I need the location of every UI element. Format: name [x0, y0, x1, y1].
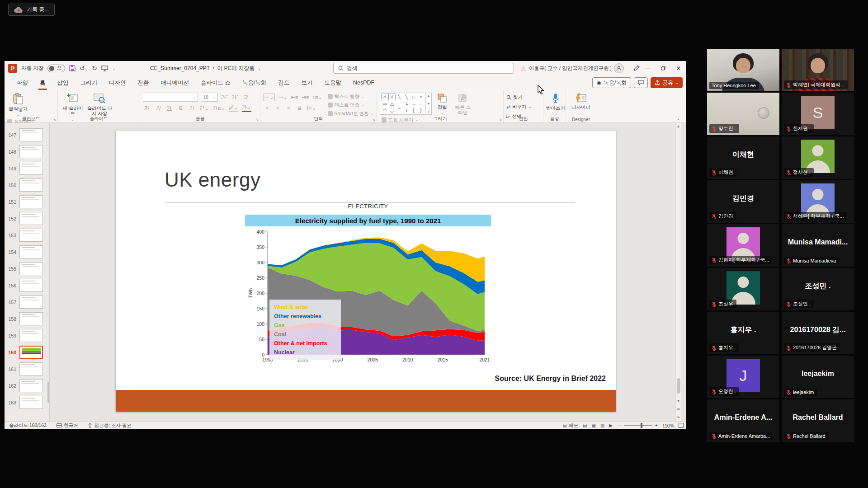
- underline-button[interactable]: 가: [165, 104, 173, 112]
- thumbnail-row[interactable]: 156: [5, 277, 49, 294]
- save-icon[interactable]: [69, 65, 75, 71]
- participant-tile[interactable]: J오정한 .: [707, 356, 779, 398]
- accessibility-status[interactable]: 접근성: 조사 필요: [88, 422, 131, 429]
- thumbnail-row[interactable]: 150: [5, 177, 49, 193]
- bold-button[interactable]: 가: [143, 104, 151, 112]
- thumbnail-row[interactable]: 160: [5, 344, 49, 361]
- thumbnail-row[interactable]: 155: [5, 260, 49, 277]
- increase-indent-button[interactable]: ⇥≡: [302, 93, 309, 101]
- arrange-button[interactable]: 정렬 ⌄: [433, 92, 451, 115]
- thumbnail-preview[interactable]: [19, 178, 43, 192]
- thumbnail-row[interactable]: 147: [5, 127, 49, 143]
- powerpoint-logo-icon[interactable]: P: [8, 64, 17, 73]
- strikethrough-button[interactable]: S: [177, 104, 184, 112]
- highlight-color-button[interactable]: 🖉⌄: [229, 104, 238, 112]
- text-direction-button[interactable]: 텍스트 방향 ⌄: [328, 93, 374, 100]
- thumbnail-row[interactable]: 163: [5, 394, 49, 411]
- normal-view-button[interactable]: ▤: [583, 423, 587, 428]
- zoom-slider-thumb[interactable]: [641, 423, 642, 428]
- drawing-dialog-launcher[interactable]: ↘: [499, 117, 502, 122]
- font-name-combo[interactable]: ⌄: [143, 93, 198, 102]
- clipboard-dialog-launcher[interactable]: ↘: [53, 117, 56, 122]
- zoom-slider-track[interactable]: [624, 425, 652, 426]
- find-button[interactable]: 찾기: [506, 94, 531, 101]
- participant-tile[interactable]: 조성우: [707, 268, 779, 310]
- thumbnail-preview[interactable]: [19, 279, 43, 292]
- collapse-ribbon-icon[interactable]: ⌄: [676, 116, 680, 121]
- align-text-button[interactable]: 텍스트 맞춤 ⌄: [328, 101, 374, 109]
- next-slide-button[interactable]: ≫: [676, 414, 680, 420]
- char-spacing-button[interactable]: 간⌄: [199, 104, 209, 112]
- participant-tile[interactable]: 서혜란[ 학부재학 / 국...: [782, 180, 854, 223]
- participant-tile[interactable]: Amin-Erdene A...Amin-Erdene Amarba...: [707, 399, 779, 442]
- slide-title[interactable]: UK energy: [165, 169, 260, 191]
- thumbnail-preview[interactable]: [19, 212, 43, 225]
- paste-button[interactable]: 붙여넣기 ⌄: [7, 92, 29, 117]
- record-button[interactable]: ◉ 녹음/녹화: [592, 77, 631, 88]
- participant-tile[interactable]: 2016170028 김...2016170028 김영곤: [782, 312, 854, 354]
- participant-tile[interactable]: 정서현 .: [782, 136, 854, 179]
- slide-thumbnail-panel[interactable]: 1471481491501511521531541551561571581591…: [5, 123, 50, 421]
- thumbnail-preview[interactable]: [19, 229, 43, 242]
- slide-sorter-view-button[interactable]: ▦: [591, 423, 595, 428]
- chart[interactable]: ELECTRICITY Electricity supplied by fuel…: [245, 203, 491, 369]
- participant-tile[interactable]: 홍지우 .홍지우 .: [707, 312, 779, 354]
- participant-tile[interactable]: leejaekimleejaekim: [782, 356, 854, 398]
- thumbnail-preview[interactable]: [19, 329, 43, 342]
- participant-tile[interactable]: Munisa Mamadi...Munisa Mamadieva: [782, 224, 854, 267]
- tab-슬라이드 쇼[interactable]: 슬라이드 쇼: [195, 75, 236, 90]
- thumbnail-scrollbar[interactable]: [47, 382, 49, 403]
- document-title[interactable]: CE_Summer_0704_PPT • 이 PC에 저장됨 ⌄: [150, 61, 261, 75]
- quick-styles-button[interactable]: 빠른 스타일: [453, 92, 473, 115]
- align-center-button[interactable]: ≡: [274, 104, 282, 112]
- maximize-button[interactable]: [656, 61, 671, 75]
- language-status[interactable]: 한국어: [57, 422, 78, 429]
- tab-NesPDF[interactable]: NesPDF: [347, 75, 380, 90]
- notes-button[interactable]: ▤ 메모: [563, 422, 578, 429]
- thumbnail-preview[interactable]: [19, 396, 43, 409]
- tab-삽입[interactable]: 삽입: [52, 75, 75, 90]
- grow-font-button[interactable]: 가ˆ: [221, 93, 228, 101]
- clear-formatting-button[interactable]: 가̸: [241, 93, 249, 101]
- tab-검토[interactable]: 검토: [272, 75, 295, 90]
- thumbnail-row[interactable]: 148: [5, 143, 49, 160]
- scroll-down-icon[interactable]: ▼: [677, 398, 680, 404]
- participant-tile[interactable]: 조성민 .조성민 .: [782, 268, 854, 310]
- slideshow-icon[interactable]: [101, 66, 108, 71]
- shape-gallery-scroll[interactable]: ▲▼≡: [425, 93, 431, 114]
- font-dialog-launcher[interactable]: ↘: [255, 117, 259, 122]
- thumbnail-row[interactable]: 154: [5, 244, 49, 260]
- ink-pen-icon[interactable]: [633, 65, 640, 72]
- font-size-combo[interactable]: 18⌄: [201, 93, 218, 102]
- align-right-button[interactable]: ≡: [285, 104, 292, 112]
- comments-button[interactable]: [634, 77, 648, 88]
- thumbnail-row[interactable]: 157: [5, 294, 49, 310]
- thumbnail-preview[interactable]: [19, 128, 43, 141]
- participant-tile[interactable]: 박혜연[ 국제대학원석...: [782, 49, 854, 91]
- zoom-percent[interactable]: 110%: [662, 423, 674, 428]
- thumbnail-row[interactable]: 159: [5, 327, 49, 344]
- participant-tile[interactable]: 김민경김민경: [707, 180, 779, 223]
- line-spacing-button[interactable]: ↕≡⌄: [312, 93, 322, 101]
- redo-icon[interactable]: ↻: [92, 65, 97, 72]
- thumbnail-preview[interactable]: [19, 162, 43, 175]
- fit-to-window-icon[interactable]: [679, 423, 684, 428]
- tab-도움말[interactable]: 도움말: [318, 75, 347, 90]
- scrollbar-thumb[interactable]: [677, 378, 680, 394]
- account-avatar[interactable]: [614, 63, 624, 73]
- qat-overflow-icon[interactable]: ⌄: [112, 66, 116, 70]
- reading-view-button[interactable]: ▥: [600, 423, 604, 428]
- tab-디자인[interactable]: 디자인: [103, 75, 132, 90]
- italic-button[interactable]: 가: [154, 104, 162, 112]
- thumbnail-row[interactable]: 149: [5, 160, 49, 177]
- thumbnail-row[interactable]: 161: [5, 361, 49, 377]
- thumbnail-preview[interactable]: [19, 312, 43, 325]
- thumbnail-preview[interactable]: [19, 145, 43, 158]
- text-shadow-button[interactable]: 가: [188, 104, 196, 112]
- autosave-toggle[interactable]: 끔: [47, 65, 65, 72]
- undo-icon[interactable]: ↺⌄: [80, 65, 88, 72]
- slide[interactable]: UK energy ELECTRICITY Electricity suppli…: [116, 131, 616, 412]
- justify-button[interactable]: ≣: [296, 104, 303, 112]
- reuse-slides-button[interactable]: 슬라이드 다시 사용: [86, 92, 113, 116]
- tab-보기[interactable]: 보기: [295, 75, 318, 90]
